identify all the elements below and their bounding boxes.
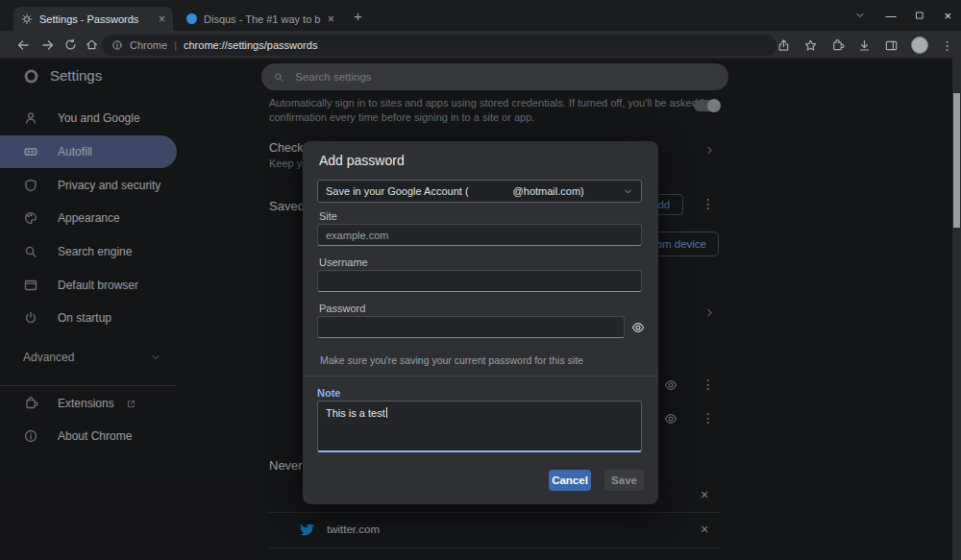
password-helper-text: Make sure you're saving your current pas… <box>320 354 583 366</box>
page-info-icon[interactable] <box>111 39 123 51</box>
browser-window: Settings - Passwords × Disqus - The #1 w… <box>0 0 961 560</box>
share-icon[interactable] <box>776 38 791 53</box>
chevron-down-icon <box>623 186 633 197</box>
tab-close-icon[interactable]: × <box>328 13 334 25</box>
side-panel-icon[interactable] <box>884 38 899 53</box>
password-label: Password <box>319 303 365 314</box>
tab-settings[interactable]: Settings - Passwords × <box>13 7 173 31</box>
account-select-suffix: @hotmail.com) <box>513 185 584 197</box>
close-window-button[interactable]: × <box>944 9 951 23</box>
username-input[interactable] <box>317 270 642 292</box>
title-bar: Settings - Passwords × Disqus - The #1 w… <box>0 0 961 31</box>
chip-separator: | <box>174 39 177 51</box>
profile-avatar[interactable] <box>911 37 928 54</box>
back-icon[interactable] <box>15 37 31 53</box>
url-text: chrome://settings/passwords <box>184 39 317 51</box>
dialog-buttons: Cancel Save <box>549 470 644 491</box>
chevron-down-icon[interactable] <box>854 10 866 21</box>
site-input[interactable] <box>317 224 642 246</box>
browser-menu-icon[interactable]: ⋮ <box>941 39 953 52</box>
show-password-eye-icon[interactable] <box>630 320 646 335</box>
scrollbar-thumb[interactable] <box>953 93 960 228</box>
account-select-prefix: Save in your Google Account ( <box>326 185 469 197</box>
forward-icon[interactable] <box>40 37 56 53</box>
minimize-button[interactable]: — <box>885 10 896 21</box>
tab-close-icon[interactable]: × <box>159 13 165 25</box>
tab-disqus[interactable]: Disqus - The #1 way to build an × <box>179 7 342 31</box>
text-cursor <box>386 407 387 418</box>
tab-title: Settings - Passwords <box>39 13 152 25</box>
maximize-button[interactable] <box>915 11 924 20</box>
cancel-button[interactable]: Cancel <box>549 470 591 491</box>
new-tab-button[interactable]: + <box>354 8 362 24</box>
dialog-divider <box>303 376 658 377</box>
account-select[interactable]: Save in your Google Account ( @hotmail.c… <box>317 180 642 203</box>
toolbar-actions: ⋮ <box>776 31 953 60</box>
note-label: Note <box>317 387 340 399</box>
window-controls: — × <box>854 3 951 28</box>
tab-title: Disqus - The #1 way to build an <box>204 13 321 25</box>
note-text: This is a test <box>326 407 385 419</box>
extensions-icon[interactable] <box>830 38 845 53</box>
site-chip: Chrome <box>130 39 167 51</box>
bookmark-star-icon[interactable] <box>803 38 818 53</box>
disqus-favicon <box>186 13 197 24</box>
note-input[interactable]: This is a test <box>317 401 642 452</box>
site-label: Site <box>319 210 337 222</box>
save-button[interactable]: Save <box>604 470 644 491</box>
add-password-dialog: Add password Save in your Google Account… <box>303 141 658 504</box>
username-label: Username <box>319 256 368 268</box>
dialog-title: Add password <box>319 153 405 168</box>
reload-icon[interactable] <box>63 37 78 52</box>
address-bar[interactable]: Chrome | chrome://settings/passwords <box>102 35 776 56</box>
gear-icon <box>21 13 33 25</box>
downloads-icon[interactable] <box>857 38 872 53</box>
home-icon[interactable] <box>85 37 99 52</box>
password-input[interactable] <box>317 316 625 338</box>
